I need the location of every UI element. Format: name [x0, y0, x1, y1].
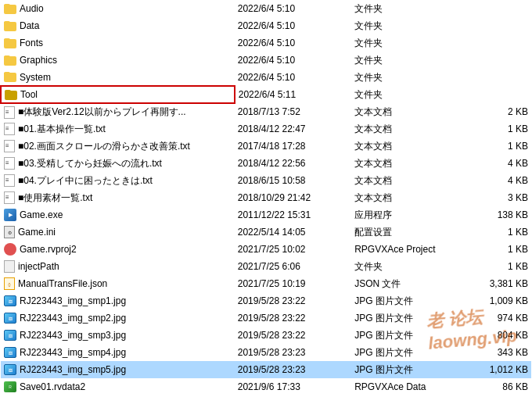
file-date-cell: 2021/7/25 6:06 — [235, 258, 351, 275]
file-size-cell: 1 KB — [459, 241, 531, 258]
table-row[interactable]: Audio2022/6/4 5:10文件夹 — [1, 0, 531, 17]
jpg-icon: 🖼 — [4, 313, 16, 324]
file-size-cell — [459, 34, 531, 52]
file-name-cell: 🖼RJ223443_img_smp3.jpg — [1, 327, 235, 344]
file-size-cell — [459, 86, 531, 103]
file-name: ManualTransFile.json — [18, 278, 107, 289]
table-row[interactable]: injectPath2021/7/25 6:06文件夹1 KB — [1, 258, 531, 275]
file-name: System — [20, 72, 51, 83]
table-row[interactable]: ■01.基本操作一覧.txt2018/4/12 22:47文本文档1 KB — [1, 120, 531, 138]
file-date-cell: 2022/6/4 5:10 — [235, 0, 351, 17]
table-row[interactable]: Data2022/6/4 5:10文件夹 — [1, 17, 531, 34]
jpg-icon: 🖼 — [4, 295, 16, 306]
file-type-cell: 文本文档 — [351, 120, 459, 138]
file-date-cell: 2021/7/25 10:02 — [235, 241, 351, 258]
file-name: ■使用素材一覧.txt — [18, 191, 92, 205]
file-type-cell: 应用程序 — [351, 206, 459, 224]
file-size-cell: 4 KB — [459, 172, 531, 189]
jpg-icon: 🖼 — [4, 364, 16, 375]
table-row[interactable]: 🖼RJ223443_img_smp3.jpg2019/5/28 23:22JPG… — [1, 327, 531, 344]
file-date-cell: 2019/5/28 23:23 — [235, 361, 351, 378]
folder-icon — [5, 90, 17, 100]
file-date-cell: 2018/6/15 10:58 — [235, 172, 351, 189]
file-name-cell: {}ManualTransFile.json — [1, 275, 235, 292]
ini-icon: ⚙ — [4, 226, 15, 238]
table-row[interactable]: {}ManualTransFile.json2021/7/25 10:19JSO… — [1, 275, 531, 292]
file-date-cell: 2019/5/28 23:22 — [235, 309, 351, 327]
table-row[interactable]: System2022/6/4 5:10文件夹 — [1, 69, 531, 86]
table-row[interactable]: 🖼RJ223443_img_smp4.jpg2019/5/28 23:23JPG… — [1, 344, 531, 361]
file-name: Tool — [20, 89, 38, 100]
table-row[interactable]: ■02.画面スクロールの滑らかさ改善策.txt2017/4/18 17:28文本… — [1, 138, 531, 155]
rvdata-icon: R — [4, 381, 16, 392]
file-name-cell: ■体験版Ver2.12以前からプレイ再開す... — [1, 103, 235, 120]
file-type-cell: 文本文档 — [351, 172, 459, 189]
proj-icon — [4, 243, 16, 256]
file-name-cell: Data — [1, 17, 235, 34]
txt-icon — [4, 157, 15, 170]
file-size-cell: 3 KB — [459, 189, 531, 206]
file-type-cell: 文件夹 — [351, 69, 459, 86]
file-date-cell: 2019/5/28 23:22 — [235, 327, 351, 344]
file-date-cell: 2018/4/12 22:56 — [235, 155, 351, 172]
file-name-cell: Graphics — [1, 52, 235, 69]
file-name-cell: ■01.基本操作一覧.txt — [1, 120, 235, 138]
file-name: RJ223443_img_smp1.jpg — [20, 295, 126, 306]
table-row[interactable]: ■体験版Ver2.12以前からプレイ再開す...2018/7/13 7:52文本… — [1, 103, 531, 120]
file-type-cell: 文件夹 — [351, 258, 459, 275]
file-date-cell: 2022/6/4 5:10 — [235, 69, 351, 86]
file-type-cell: JPG 图片文件 — [351, 344, 459, 361]
txt-icon — [4, 140, 15, 152]
file-size-cell: 1,009 KB — [459, 292, 531, 309]
table-row[interactable]: 🖼RJ223443_img_smp1.jpg2019/5/28 23:22JPG… — [1, 292, 531, 309]
file-name: Save01.rvdata2 — [20, 381, 85, 392]
table-row[interactable]: 🖼RJ223443_img_smp5.jpg2019/5/28 23:23JPG… — [1, 361, 531, 378]
file-name: Game.rvproj2 — [20, 244, 77, 255]
file-type-cell: 文件夹 — [351, 34, 459, 52]
file-name: injectPath — [18, 261, 59, 272]
file-name: ■03.受精してから妊娠への流れ.txt — [18, 157, 162, 170]
file-type-cell: 文本文档 — [351, 189, 459, 206]
table-row[interactable]: 🖼RJ223443_img_smp2.jpg2019/5/28 23:22JPG… — [1, 309, 531, 327]
file-date-cell: 2021/9/6 17:33 — [235, 378, 351, 395]
txt-icon — [4, 174, 15, 187]
table-row[interactable]: ▶Game.exe2011/12/22 15:31应用程序138 KB — [1, 206, 531, 224]
table-row[interactable]: Graphics2022/6/4 5:10文件夹 — [1, 52, 531, 69]
file-type-cell: 文件夹 — [351, 17, 459, 34]
table-row[interactable]: Fonts2022/6/4 5:10文件夹 — [1, 34, 531, 52]
file-name: RJ223443_img_smp2.jpg — [20, 313, 126, 324]
table-row[interactable]: ■使用素材一覧.txt2018/10/29 21:42文本文档3 KB — [1, 189, 531, 206]
file-name-cell: 🖼RJ223443_img_smp4.jpg — [1, 344, 235, 361]
file-date-cell: 2018/7/13 7:52 — [235, 103, 351, 120]
file-type-cell: RPGVXAce Data — [351, 378, 459, 395]
file-size-cell: 1 KB — [459, 224, 531, 241]
file-type-cell: 文本文档 — [351, 103, 459, 120]
file-date-cell: 2022/6/4 5:10 — [235, 34, 351, 52]
file-name: Graphics — [20, 55, 57, 66]
file-name: RJ223443_img_smp5.jpg — [20, 364, 126, 375]
file-date-cell: 2019/5/28 23:23 — [235, 344, 351, 361]
table-row[interactable]: Tool2022/6/4 5:11文件夹 — [1, 86, 531, 103]
file-name-cell: ⚙Game.ini — [1, 224, 235, 241]
txt-icon — [4, 106, 15, 119]
file-name-cell: ■04.プレイ中に困ったときは.txt — [1, 172, 235, 189]
file-type-cell: 文件夹 — [351, 86, 459, 103]
file-size-cell: 343 KB — [459, 344, 531, 361]
file-size-cell: 974 KB — [459, 309, 531, 327]
file-date-cell: 2021/7/25 10:19 — [235, 275, 351, 292]
table-row[interactable]: RSave01.rvdata22021/9/6 17:33RPGVXAce Da… — [1, 378, 531, 395]
file-name: ■04.プレイ中に困ったときは.txt — [18, 174, 153, 188]
table-row[interactable]: ■04.プレイ中に困ったときは.txt2018/6/15 10:58文本文档4 … — [1, 172, 531, 189]
file-name-cell: injectPath — [1, 258, 235, 275]
file-type-cell: 文本文档 — [351, 155, 459, 172]
file-name-cell: System — [1, 69, 235, 86]
exe-icon: ▶ — [4, 209, 16, 221]
file-type-cell: JPG 图片文件 — [351, 309, 459, 327]
table-row[interactable]: ■03.受精してから妊娠への流れ.txt2018/4/12 22:56文本文档4… — [1, 155, 531, 172]
file-date-cell: 2022/6/4 5:10 — [235, 17, 351, 34]
table-row[interactable]: ⚙Game.ini2022/5/14 14:05配置设置1 KB — [1, 224, 531, 241]
table-row[interactable]: Game.rvproj22021/7/25 10:02RPGVXAce Proj… — [1, 241, 531, 258]
file-type-cell: JSON 文件 — [351, 275, 459, 292]
file-name-cell: 🖼RJ223443_img_smp5.jpg — [1, 361, 235, 378]
file-name: Fonts — [20, 38, 43, 48]
